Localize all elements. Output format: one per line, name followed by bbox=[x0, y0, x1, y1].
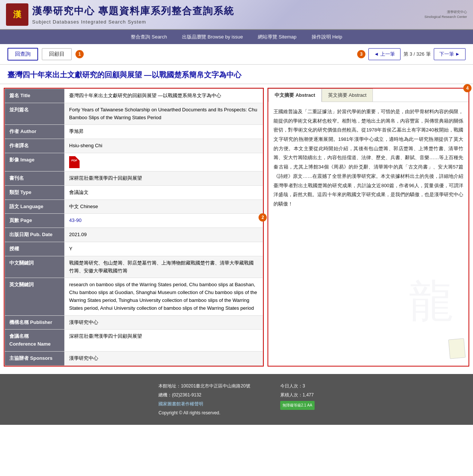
nav-help[interactable]: 操作說明 Help bbox=[312, 34, 342, 40]
nav-search[interactable]: 整合查詢 Search bbox=[131, 34, 167, 40]
abstract-section: 4 中文摘要 Abstract 英文摘要 Abstract 王國維普論及「二重証… bbox=[268, 88, 469, 367]
field-value-13: 漢學研究中心 bbox=[65, 315, 263, 330]
field-value-2: 季旭昇 bbox=[65, 125, 263, 139]
detail-section: 2 篇名 Title臺灣四十年來出土文獻研究的回顧與展望 —以戰國楚系簡帛文字為… bbox=[4, 88, 264, 367]
field-value-6: 會議論文 bbox=[65, 185, 263, 200]
footer-today: 今日人次：3 bbox=[280, 381, 315, 390]
footer-total: 累積人次：1,477 bbox=[280, 390, 315, 399]
field-value-4: PDF bbox=[65, 153, 263, 171]
pdf-icon[interactable]: PDF bbox=[69, 156, 80, 168]
field-value-12: research on bamboo slips of the Warring … bbox=[65, 278, 263, 315]
field-label-8: 頁數 Page bbox=[5, 214, 65, 228]
footer: 本館地址：100201臺北市中正區中山南路20號 總機：(02)2361-913… bbox=[0, 374, 473, 425]
field-value-8[interactable]: 43-90 bbox=[65, 214, 263, 228]
field-label-7: 語文 Language bbox=[5, 200, 65, 214]
field-value-10: Y bbox=[65, 242, 263, 256]
header: 漢 漢學研究中心 專題資料庫系列整合查詢系統 Subject Databases… bbox=[0, 0, 473, 30]
tab-en-abstract[interactable]: 英文摘要 Abstract bbox=[322, 89, 373, 102]
toolbar-right: 3 ◄ 上一筆 第 3 / 326 筆 下一筆 ► bbox=[357, 48, 466, 60]
field-label-6: 類型 Type bbox=[5, 185, 65, 200]
nav-sitemap[interactable]: 網站導覽 Sitemap bbox=[258, 34, 296, 40]
badge-1: 1 bbox=[75, 50, 84, 58]
field-value-14: 深耕茁壯臺灣漢學四十回顧與展望 bbox=[65, 330, 263, 352]
field-value-3: Hsiu-sheng Chi bbox=[65, 139, 263, 153]
site-title-en: Subject Databases Integrated Search Syst… bbox=[32, 19, 400, 25]
header-decoration: 漢學研究中心Sinological Research Center bbox=[400, 10, 467, 19]
logo-seal: 漢 bbox=[6, 3, 28, 26]
footer-copyright-link[interactable]: 國家圖書館著作權聲明 bbox=[158, 401, 203, 407]
field-label-15: 主協辦者 Sponsors bbox=[5, 351, 65, 365]
field-value-9: 2021.09 bbox=[65, 228, 263, 242]
field-label-10: 授權 bbox=[5, 242, 65, 256]
main-nav: 整合查詢 Search 出版品瀏覽 Browse by issue 網站導覽 S… bbox=[0, 30, 473, 44]
site-title-zh: 漢學研究中心 專題資料庫系列整合查詢系統 bbox=[32, 4, 400, 18]
field-label-4: 影像 Image bbox=[5, 153, 65, 171]
toolbar: 回查詢 回顧目 1 3 ◄ 上一筆 第 3 / 326 筆 下一筆 ► bbox=[0, 44, 473, 65]
next-button[interactable]: 下一筆 ► bbox=[434, 48, 466, 60]
main-content: 2 篇名 Title臺灣四十年來出土文獻研究的回顧與展望 —以戰國楚系簡帛文字為… bbox=[0, 84, 473, 370]
field-value-0: 臺灣四十年來出土文獻研究的回顧與展望 —以戰國楚系簡帛文字為中心 bbox=[65, 89, 263, 103]
field-link-8[interactable]: 43-90 bbox=[69, 217, 81, 223]
field-value-15: 漢學研究中心 bbox=[65, 351, 263, 365]
field-value-11: 戰國楚籌研究、包山楚籌、郭店楚墓竹籌、上海博物館藏戰國楚竹書、清華大學藏戰國竹籌… bbox=[65, 256, 263, 278]
badge-3: 3 bbox=[357, 50, 365, 58]
field-label-12: 英文關鍵詞 bbox=[5, 278, 65, 315]
back-button[interactable]: 回查詢 bbox=[7, 48, 38, 61]
accessibility-badge: 無障礙等級2.1 AA bbox=[280, 401, 315, 410]
page-info: 第 3 / 326 筆 bbox=[404, 51, 431, 58]
detail-table: 篇名 Title臺灣四十年來出土文獻研究的回顧與展望 —以戰國楚系簡帛文字為中心… bbox=[4, 89, 263, 366]
nav-browse[interactable]: 出版品瀏覽 Browse by issue bbox=[182, 34, 243, 40]
abstract-body: 王國維普論及「二重証據法」於當代學術的重要，可惜的是，由於甲骨材料內容的侷限，能… bbox=[268, 102, 469, 366]
field-label-14: 會議名稱 Conference Name bbox=[5, 330, 65, 352]
prev-button[interactable]: ◄ 上一筆 bbox=[368, 48, 400, 60]
field-label-5: 書刊名 bbox=[5, 171, 65, 185]
watermark: 龍 bbox=[409, 258, 454, 343]
abstract-tabs: 中文摘要 Abstract 英文摘要 Abstract bbox=[268, 89, 469, 102]
footer-left: 本館地址：100201臺北市中正區中山南路20號 總機：(02)2361-913… bbox=[158, 381, 250, 417]
field-value-7: 中文 Chinese bbox=[65, 200, 263, 214]
toolbar-left: 回查詢 回顧目 1 bbox=[7, 48, 84, 61]
abstract-content: 王國維普論及「二重証據法」於當代學術的重要，可惜的是，由於甲骨材料內容的侷限，能… bbox=[273, 109, 463, 207]
field-value-1: Forty Years of Taiwanese Scholarship on … bbox=[65, 103, 263, 125]
toc-button[interactable]: 回顧目 bbox=[42, 48, 72, 60]
article-title: 臺灣四十年來出土文獻研究的回顧與展望 —以戰國楚系簡帛文字為中心 bbox=[0, 65, 473, 84]
field-label-2: 作者 Author bbox=[5, 125, 65, 139]
field-label-3: 作者譯名 bbox=[5, 139, 65, 153]
field-label-0: 篇名 Title bbox=[5, 89, 65, 103]
field-label-9: 出版日期 Pub. Date bbox=[5, 228, 65, 242]
badge-2: 2 bbox=[259, 213, 267, 222]
field-label-13: 機構名稱 Publisher bbox=[5, 315, 65, 330]
field-label-1: 並列篇名 bbox=[5, 103, 65, 125]
field-label-11: 中文關鍵詞 bbox=[5, 256, 65, 278]
tab-zh-abstract[interactable]: 中文摘要 Abstract bbox=[268, 89, 321, 102]
footer-address: 本館地址：100201臺北市中正區中山南路20號 bbox=[158, 381, 250, 390]
footer-phone: 總機：(02)2361-9132 bbox=[158, 390, 250, 399]
footer-right: 今日人次：3 累積人次：1,477 無障礙等級2.1 AA bbox=[280, 381, 315, 417]
footer-rights: Copyright © All rights reserved. bbox=[158, 408, 250, 417]
badge-4: 4 bbox=[463, 84, 472, 92]
field-value-5: 深耕茁壯臺灣漢學四十回顧與展望 bbox=[65, 171, 263, 185]
header-title-block: 漢學研究中心 專題資料庫系列整合查詢系統 Subject Databases I… bbox=[32, 4, 400, 25]
